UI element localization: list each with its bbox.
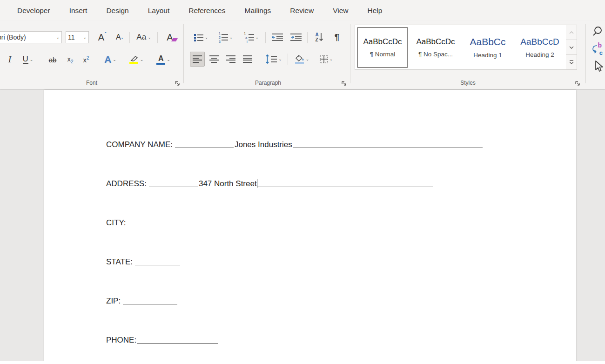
numbering-icon: 123 — [219, 31, 228, 44]
style-sample: AaBbCcD — [520, 37, 559, 47]
chevron-down-icon: ⌄ — [167, 57, 170, 62]
font-name-value: bri (Body) — [0, 34, 26, 41]
change-case-button[interactable]: Aa ⌄ — [133, 30, 155, 44]
decrease-indent-button[interactable] — [269, 30, 286, 44]
subscript-button[interactable]: x2 — [63, 53, 77, 67]
editing-group: b c — [586, 21, 605, 89]
replace-button[interactable]: b c — [590, 41, 605, 56]
document-page[interactable]: COMPANY NAME:Jones Industries ADDRESS:34… — [44, 90, 576, 364]
form-field-phone[interactable]: PHONE: — [106, 334, 218, 346]
bullets-button[interactable]: ⌄ — [191, 30, 211, 44]
find-button[interactable] — [590, 24, 605, 39]
font-dialog-launcher[interactable] — [173, 79, 181, 87]
font-color-button[interactable]: A ⌄ — [153, 53, 174, 67]
eraser-shape — [171, 38, 178, 41]
tab-mailings[interactable]: Mailings — [244, 7, 271, 15]
tab-references[interactable]: References — [188, 7, 225, 15]
chevron-down-icon: ⌄ — [329, 57, 333, 61]
style-card-heading-1[interactable]: AaBbCc Heading 1 — [462, 27, 513, 68]
styles-dialog-launcher[interactable] — [573, 79, 581, 87]
align-left-button[interactable] — [190, 52, 205, 67]
font-group-label: Font — [0, 80, 183, 86]
align-right-button[interactable] — [223, 52, 238, 67]
styles-scroll-down-button[interactable] — [566, 40, 577, 55]
clear-formatting-button[interactable]: A — [162, 30, 178, 44]
borders-icon — [320, 55, 328, 63]
center-button[interactable] — [207, 52, 222, 67]
italic-icon: I — [8, 54, 11, 65]
style-sample: AaBbCcDc — [363, 37, 402, 47]
italic-button[interactable]: I — [4, 53, 16, 67]
tab-developer[interactable]: Developer — [17, 7, 50, 15]
font-size-select[interactable]: 11 ⌄ — [66, 31, 89, 43]
select-button[interactable] — [591, 59, 605, 74]
shrink-font-button[interactable]: Aˇ — [112, 30, 127, 44]
multilevel-list-icon: 1 a i — [244, 31, 254, 44]
caret-up-icon: ˆ — [105, 32, 106, 37]
tab-view[interactable]: View — [333, 7, 348, 15]
chevron-down-icon: ⌄ — [30, 57, 34, 62]
line-spacing-icon — [265, 54, 277, 64]
strikethrough-button[interactable]: ab — [45, 53, 60, 67]
style-sample: AaBbCcDc — [416, 37, 455, 47]
form-field-city[interactable]: CITY: — [106, 217, 262, 229]
grow-font-button[interactable]: Aˆ — [94, 30, 110, 44]
field-value: Jones Industries — [235, 140, 292, 149]
tab-design[interactable]: Design — [106, 7, 128, 15]
highlighter-icon — [129, 55, 139, 64]
text-effects-icon: A — [104, 54, 111, 65]
caret-down-icon: ˇ — [121, 37, 123, 42]
borders-button[interactable]: ⌄ — [316, 52, 337, 67]
form-field-zip[interactable]: ZIP: — [106, 295, 177, 307]
paragraph-group: ⌄ 123 ⌄ 1 a i ⌄ — [186, 21, 350, 89]
underline-button[interactable]: U ⌄ — [19, 53, 37, 67]
superscript-button[interactable]: x2 — [79, 53, 93, 67]
sort-button[interactable]: A Z — [311, 30, 328, 44]
font-size-value: 11 — [68, 34, 75, 41]
blank-line — [293, 142, 483, 148]
increase-indent-button[interactable] — [288, 30, 304, 44]
font-name-select[interactable]: bri (Body) ⌄ — [0, 31, 62, 43]
show-hide-pilcrow-button[interactable]: ¶ — [329, 30, 344, 44]
style-card-normal[interactable]: AaBbCcDc ¶ Normal — [357, 27, 408, 68]
form-field-state[interactable]: STATE: — [106, 256, 180, 268]
center-icon — [209, 55, 219, 63]
search-icon — [592, 26, 603, 36]
style-card-no-spacing[interactable]: AaBbCcDc ¶ No Spac... — [410, 27, 461, 68]
blank-line — [175, 142, 234, 148]
style-card-heading-2[interactable]: AaBbCcD Heading 2 — [514, 27, 565, 68]
highlight-button[interactable]: ⌄ — [126, 53, 147, 67]
ribbon: bri (Body) ⌄ 11 ⌄ Aˆ Aˇ Aa ⌄ A I U ⌄ — [0, 21, 605, 89]
chevron-down-icon: ⌄ — [278, 57, 282, 61]
tab-review[interactable]: Review — [290, 7, 314, 15]
style-label: ¶ No Spac... — [418, 51, 453, 58]
numbering-button[interactable]: 123 ⌄ — [215, 30, 236, 44]
replace-icon: b c — [592, 43, 603, 55]
tab-insert[interactable]: Insert — [69, 7, 87, 15]
text-effects-button[interactable]: A ⌄ — [101, 53, 120, 67]
ribbon-tab-bar: Developer Insert Design Layout Reference… — [0, 0, 605, 21]
styles-more-button[interactable] — [566, 55, 577, 69]
justify-button[interactable] — [240, 52, 255, 67]
shading-button[interactable]: ⌄ — [291, 52, 313, 67]
superscript-icon: x2 — [83, 55, 89, 64]
form-field-company-name[interactable]: COMPANY NAME:Jones Industries — [106, 139, 483, 151]
styles-scroll-up-button[interactable] — [566, 25, 577, 40]
style-label: Heading 2 — [525, 51, 554, 58]
chevron-down-icon: ⌄ — [83, 35, 87, 40]
form-field-address[interactable]: ADDRESS:347 North Street — [106, 178, 433, 190]
change-case-icon: Aa — [136, 33, 146, 42]
field-label: STATE: — [106, 257, 133, 266]
style-sample: AaBbCc — [470, 36, 505, 47]
sort-icon: A Z — [315, 32, 323, 42]
tab-help[interactable]: Help — [368, 7, 383, 15]
line-spacing-button[interactable]: ⌄ — [262, 52, 285, 67]
tab-layout[interactable]: Layout — [148, 7, 170, 15]
paragraph-dialog-launcher[interactable] — [340, 79, 348, 87]
field-label: ZIP: — [106, 297, 121, 305]
field-label: COMPANY NAME: — [106, 140, 173, 149]
blank-line — [257, 181, 433, 187]
font-color-icon: A — [156, 55, 165, 65]
multilevel-list-button[interactable]: 1 a i ⌄ — [240, 30, 262, 44]
styles-gallery-scrollbar — [566, 25, 577, 70]
